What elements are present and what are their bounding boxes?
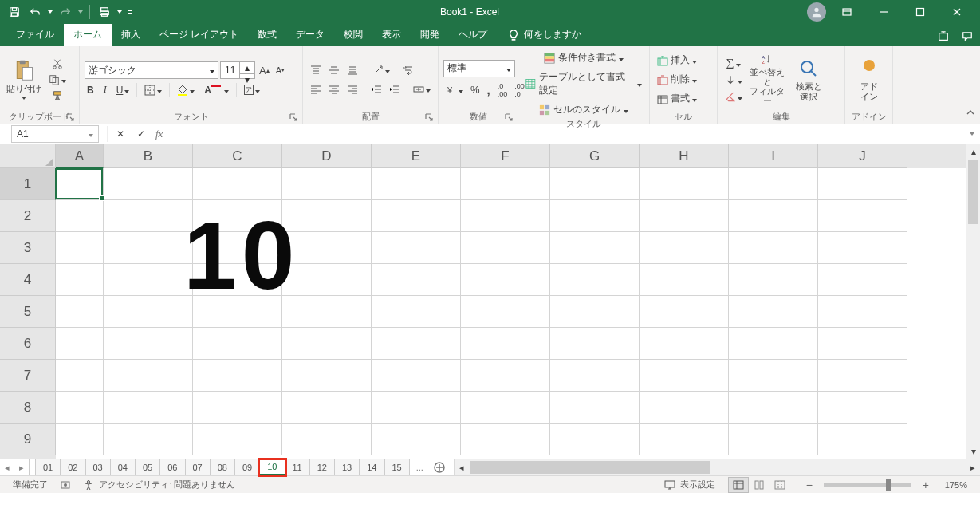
tab-review[interactable]: 校閲 [334,24,372,46]
horizontal-scrollbar[interactable]: ◂ ▸ [454,459,980,475]
font-size-combo[interactable]: 11▴▾ [220,61,255,79]
expand-formula-bar[interactable] [964,132,980,136]
cell[interactable] [461,200,550,232]
cell[interactable] [818,392,907,424]
cell[interactable] [56,424,104,455]
accounting-format-button[interactable]: ¥ [443,83,466,97]
clear-button[interactable] [722,90,745,104]
cell[interactable] [282,328,372,360]
fill-color-button[interactable] [175,83,197,97]
sheet-tabs-more[interactable]: ... [410,459,430,475]
cell[interactable] [640,328,729,360]
view-normal-button[interactable] [728,477,749,493]
cell[interactable] [818,232,907,264]
sheet-tab[interactable]: 15 [384,459,410,475]
align-middle-button[interactable] [326,63,342,77]
cell[interactable] [729,232,818,264]
sheet-tab[interactable]: 12 [309,459,335,475]
scroll-down-button[interactable]: ▾ [966,444,980,459]
collapse-ribbon-button[interactable] [966,108,975,120]
comma-button[interactable]: , [485,81,493,98]
sheet-tab[interactable]: 01 [35,459,61,475]
tab-file[interactable]: ファイル [6,24,64,46]
sheet-tab[interactable]: 13 [334,459,360,475]
cell[interactable] [104,200,193,232]
cell[interactable] [640,392,729,424]
save-button[interactable] [5,2,24,22]
cell[interactable] [282,392,372,424]
vertical-scrollbar[interactable]: ▴ ▾ [966,144,980,459]
find-select-button[interactable]: 検索と 選択 [789,53,828,106]
column-header[interactable]: B [104,144,193,168]
align-center-button[interactable] [326,82,342,97]
tab-view[interactable]: 表示 [372,24,411,46]
increase-font-button[interactable]: A▴ [257,63,272,78]
sheet-tab[interactable]: 05 [135,459,160,475]
column-header[interactable]: I [729,144,818,168]
insert-function-button[interactable]: fx [155,128,163,140]
cell[interactable] [56,360,104,392]
hscroll-left[interactable]: ◂ [455,459,469,475]
macro-record-button[interactable] [54,480,77,490]
cell[interactable] [461,264,550,296]
cell[interactable] [461,232,550,264]
underline-button[interactable]: U [114,83,132,97]
cell[interactable] [729,392,818,424]
cell[interactable] [372,264,461,296]
cell[interactable] [818,296,907,328]
cell[interactable] [729,264,818,296]
cell[interactable] [729,200,818,232]
comments-button[interactable] [961,30,974,43]
increase-indent-button[interactable] [387,82,403,97]
insert-cells-button[interactable]: 挿入 [655,52,699,69]
cell[interactable] [461,328,550,360]
merge-button[interactable] [411,82,433,97]
cell[interactable] [56,264,104,296]
cell[interactable] [550,328,640,360]
cell[interactable] [372,392,461,424]
sheet-tab[interactable]: 08 [210,459,235,475]
column-header[interactable]: G [550,144,640,168]
cell[interactable] [461,392,550,424]
cell[interactable] [372,168,461,200]
name-box[interactable]: A1 [11,125,99,143]
sheet-nav-first[interactable]: ◂ [0,459,14,475]
cell[interactable] [104,232,193,264]
scroll-up-button[interactable]: ▴ [966,144,980,159]
cell[interactable] [56,232,104,264]
display-settings-button[interactable]: 表示設定 [658,479,722,491]
cell[interactable] [104,328,193,360]
orientation-button[interactable] [370,63,392,77]
qat-customize[interactable] [116,10,124,14]
cell[interactable] [818,200,907,232]
sheet-tab[interactable]: 04 [110,459,136,475]
sheet-tab[interactable]: 06 [159,459,185,475]
cell[interactable] [193,200,282,232]
select-all-button[interactable] [0,144,56,168]
tab-developer[interactable]: 開発 [411,24,449,46]
accessibility-status[interactable]: アクセシビリティ: 問題ありません [77,479,242,491]
tab-formulas[interactable]: 数式 [248,24,286,46]
number-launcher[interactable] [505,113,514,123]
cell[interactable] [640,424,729,455]
paste-button[interactable]: 貼り付け [5,53,43,106]
close-button[interactable] [939,0,975,24]
cell[interactable] [550,296,640,328]
format-cells-button[interactable]: 書式 [655,90,699,107]
account-button[interactable] [805,0,828,24]
column-header[interactable]: E [372,144,461,168]
decrease-font-button[interactable]: A▾ [274,64,287,77]
cell[interactable] [729,168,818,200]
cell[interactable] [640,360,729,392]
undo-dropdown[interactable] [46,10,54,14]
cell[interactable] [818,328,907,360]
cell[interactable] [193,360,282,392]
cell[interactable] [193,392,282,424]
sheet-tab[interactable]: 09 [234,459,260,475]
cell[interactable] [282,264,372,296]
cell[interactable] [550,200,640,232]
cell[interactable] [550,392,640,424]
autosum-button[interactable]: ∑ [722,55,745,71]
cell[interactable] [461,360,550,392]
cell[interactable] [550,360,640,392]
